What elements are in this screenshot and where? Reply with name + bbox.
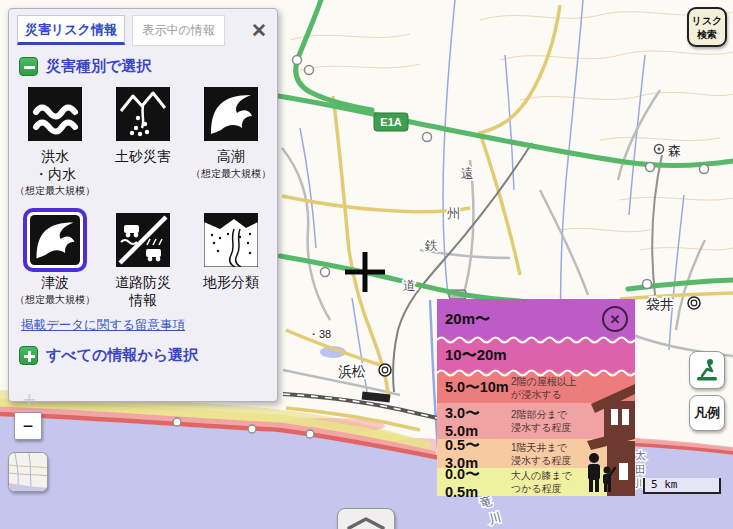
hazard-item-tsunami[interactable]: 津波 （想定最大規模）: [15, 208, 95, 309]
hazard-item-storm-surge[interactable]: 高潮 （想定最大規模）: [191, 82, 271, 198]
overview-map-button[interactable]: [8, 452, 48, 492]
label-mori: 森: [668, 143, 681, 158]
svg-text:田: 田: [635, 463, 646, 475]
hazard-item-landslide[interactable]: 土砂災害: [110, 82, 176, 198]
flood-icon: [28, 87, 82, 141]
tab-disaster-risk-info[interactable]: 災害リスク情報: [17, 15, 125, 45]
hazard-type-grid: 洪水 ・内水 （想定最大規模） 土砂災害: [11, 82, 275, 309]
legend-row: 10〜20m: [437, 339, 635, 372]
storm-surge-icon: [204, 87, 258, 141]
hazard-item-road-hazard[interactable]: 道路防災 情報: [110, 208, 176, 309]
section-all-info: すべての情報から選択: [19, 346, 277, 365]
running-person-icon: [694, 357, 720, 383]
hazard-item-flood[interactable]: 洪水 ・内水 （想定最大規模）: [15, 82, 95, 198]
chevron-up-icon: [345, 515, 387, 529]
svg-text:道: 道: [403, 278, 416, 293]
landslide-icon: [116, 87, 170, 141]
tab-displayed-info[interactable]: 表示中の情報: [132, 15, 224, 46]
tsunami-icon: [30, 215, 80, 265]
zoom-out-button[interactable]: −: [14, 412, 42, 440]
svg-text:遠: 遠: [461, 166, 474, 181]
disaster-risk-panel: 災害リスク情報 表示中の情報 ✕ 災害種別で選択 洪水 ・内水 （想定最大規模）: [8, 8, 278, 402]
road-hazard-icon: [116, 213, 170, 267]
minimap-thumbnail: [9, 453, 48, 492]
hazard-item-terrain[interactable]: 地形分類: [198, 208, 264, 309]
svg-text:太: 太: [635, 449, 646, 461]
section-title: すべての情報から選択: [46, 346, 198, 365]
legend-toggle-button[interactable]: 凡例: [689, 395, 725, 431]
map-scale-bar: 5 km: [643, 478, 721, 494]
evacuation-site-button[interactable]: [689, 351, 725, 389]
expand-plus-icon[interactable]: [19, 346, 38, 365]
terrain-icon: [204, 213, 258, 267]
section-by-disaster-type: 災害種別で選択: [19, 57, 277, 76]
label-fukuroi: 袋井: [646, 296, 674, 312]
zoom-in-button[interactable]: ＋: [18, 384, 40, 414]
app-window: E1A 森 袋井 浜松 ・38 遠 州 鉄 道 太 田 川: [0, 0, 733, 529]
panel-collapse-button[interactable]: [337, 508, 395, 529]
tsunami-depth-legend: 20m〜 10〜20m 5.0〜10m 2階の屋根以上が浸水する 3.0〜5.0…: [437, 299, 635, 496]
risk-search-button[interactable]: リスク 検索: [687, 7, 727, 47]
legend-close-icon[interactable]: ✕: [602, 306, 628, 332]
label-spot-height: ・38: [308, 328, 331, 340]
svg-text:鉄: 鉄: [424, 238, 438, 253]
panel-tabbar: 災害リスク情報 表示中の情報 ✕: [9, 9, 277, 47]
collapse-minus-icon[interactable]: [19, 57, 38, 76]
svg-text:E1A: E1A: [380, 116, 401, 128]
label-hamamatsu: 浜松: [338, 363, 366, 379]
data-notes-link[interactable]: 掲載データに関する留意事項: [21, 317, 185, 334]
legend-row: 0.0〜0.5m 大人の膝までつかる程度: [437, 468, 635, 496]
legend-row: 5.0〜10m 2階の屋根以上が浸水する: [437, 372, 635, 403]
close-icon[interactable]: ✕: [251, 19, 267, 42]
section-title: 災害種別で選択: [46, 57, 151, 76]
legend-row: 3.0〜5.0m 2階部分まで浸水する程度: [437, 403, 635, 439]
svg-text:州: 州: [447, 206, 460, 221]
expressway-badge: E1A: [374, 113, 408, 131]
